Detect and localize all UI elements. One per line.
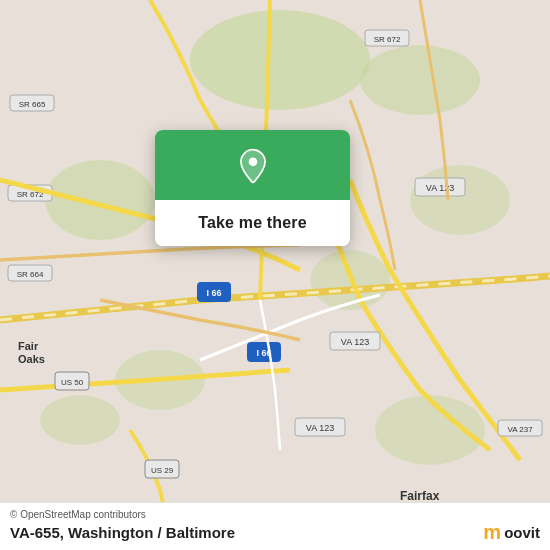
location-pin-icon <box>234 148 272 186</box>
bottom-row: VA-655, Washington / Baltimore m oovit <box>10 521 540 544</box>
take-me-there-button[interactable]: Take me there <box>155 200 350 246</box>
svg-text:Fairfax: Fairfax <box>400 489 440 503</box>
svg-text:VA 123: VA 123 <box>306 423 334 433</box>
attribution-text: © OpenStreetMap contributors <box>10 509 540 520</box>
svg-text:US 50: US 50 <box>61 378 84 387</box>
moovit-text: oovit <box>504 524 540 541</box>
moovit-logo: m oovit <box>483 521 540 544</box>
moovit-m-letter: m <box>483 521 501 544</box>
popup-green-area <box>155 130 350 200</box>
svg-point-7 <box>375 395 485 465</box>
svg-point-8 <box>40 395 120 445</box>
svg-text:Fair: Fair <box>18 340 39 352</box>
svg-text:VA 123: VA 123 <box>426 183 454 193</box>
svg-text:VA 123: VA 123 <box>341 337 369 347</box>
map-container: I 66 VA 123 VA 123 VA 123 SR 665 SR 672 … <box>0 0 550 550</box>
svg-point-3 <box>45 160 155 240</box>
svg-text:I 66: I 66 <box>206 288 221 298</box>
svg-text:VA 237: VA 237 <box>507 425 533 434</box>
svg-text:Oaks: Oaks <box>18 353 45 365</box>
map-background: I 66 VA 123 VA 123 VA 123 SR 665 SR 672 … <box>0 0 550 550</box>
popup-card: Take me there <box>155 130 350 246</box>
svg-point-36 <box>248 158 257 167</box>
svg-text:SR 664: SR 664 <box>17 270 44 279</box>
svg-point-1 <box>190 10 370 110</box>
svg-text:US 29: US 29 <box>151 466 174 475</box>
svg-point-2 <box>360 45 480 115</box>
svg-text:SR 665: SR 665 <box>19 100 46 109</box>
bottom-bar: © OpenStreetMap contributors VA-655, Was… <box>0 502 550 550</box>
map-title: VA-655, Washington / Baltimore <box>10 524 235 541</box>
svg-point-4 <box>410 165 510 235</box>
svg-text:SR 672: SR 672 <box>374 35 401 44</box>
